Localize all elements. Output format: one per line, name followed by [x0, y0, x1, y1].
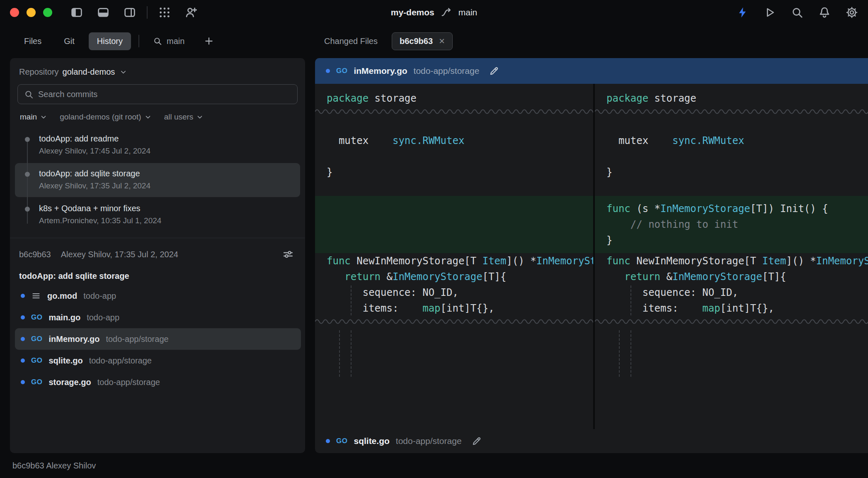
toggle-bottom-panel-icon[interactable]	[95, 5, 111, 20]
folded-code-wave	[595, 316, 868, 327]
code-token: return	[344, 271, 381, 283]
settings-gear-icon[interactable]	[844, 5, 860, 20]
toggle-right-panel-icon[interactable]	[122, 5, 138, 20]
code-token: [T]{	[482, 271, 507, 283]
code-line: items: map[int]T{},	[606, 300, 868, 316]
code-block: mutex sync.RWMutex}	[595, 117, 868, 196]
commit-item[interactable]: k8s + Qodana + minor fixesArtem.Proniche…	[15, 198, 300, 232]
edit-pencil-icon[interactable]	[489, 66, 499, 76]
diff-pane-left[interactable]: package storage mutex sync.RWMutex}func …	[315, 84, 593, 429]
code-line	[327, 117, 593, 133]
code-token: InMemoryStorage	[536, 255, 593, 267]
commit-title: todoApp: add readme	[39, 134, 293, 144]
commit-meta: Alexey Shilov, 17:45 Jul 2, 2024	[39, 146, 293, 156]
notifications-bell-icon[interactable]	[817, 5, 832, 20]
current-branch-name[interactable]: main	[458, 7, 478, 17]
file-row[interactable]: go.modtodo-app	[15, 285, 301, 307]
new-tab-plus-icon[interactable]	[201, 33, 217, 49]
code-line	[327, 180, 593, 196]
commit-item[interactable]: todoApp: add readmeAlexey Shilov, 17:45 …	[15, 128, 300, 162]
commit-dot	[25, 207, 30, 212]
chevron-down-icon	[196, 113, 204, 121]
tab-search-main[interactable]: main	[147, 33, 190, 49]
chevron-down-icon	[119, 68, 128, 77]
code-line: }	[327, 164, 593, 180]
chevron-down-icon	[144, 113, 152, 121]
tab-files[interactable]: Files	[16, 32, 50, 50]
filter-dropdown-2[interactable]: all users	[164, 112, 204, 122]
code-token: [T]) Init() {	[750, 203, 828, 215]
tab-close-icon[interactable]: ×	[439, 37, 445, 45]
added-filler-block	[315, 196, 593, 253]
filter-sliders-icon[interactable]	[280, 246, 296, 262]
code-token: }	[606, 234, 612, 246]
file-row[interactable]: GOinMemory.gotodo-app/storage	[15, 328, 301, 350]
commit-dot	[25, 137, 30, 142]
project-title-group: my-demos main	[391, 0, 478, 25]
filter-label: all users	[164, 112, 194, 122]
code-token: items:	[327, 302, 422, 314]
code-token: storage	[369, 93, 417, 104]
go-file-icon: GO	[31, 356, 42, 365]
search-commits-box	[17, 84, 298, 104]
file-row[interactable]: GOstorage.gotodo-app/storage	[15, 371, 301, 393]
editor-tab-changed-files[interactable]: Changed Files	[324, 37, 378, 46]
toggle-left-panel-icon[interactable]	[69, 5, 85, 20]
run-icon[interactable]	[762, 5, 778, 20]
code-token: InMemoryStorage	[816, 255, 868, 267]
chevron-down-icon	[40, 113, 47, 121]
diff-file-header-inmemory[interactable]: GO inMemory.go todo-app/storage	[315, 58, 868, 84]
code-line: func NewInMemoryStorage[T Item]() *InMem…	[327, 253, 593, 269]
search-icon	[153, 36, 162, 46]
file-name: go.mod	[47, 291, 77, 301]
smart-mode-bolt-icon[interactable]	[735, 5, 750, 20]
filter-dropdown-1[interactable]: goland-demos (git root)	[60, 112, 151, 122]
zoom-window-button[interactable]	[43, 8, 52, 17]
code-line: mutex sync.RWMutex	[327, 133, 593, 149]
search-commits-input[interactable]	[38, 90, 291, 99]
workspaces-grid-icon[interactable]	[157, 5, 172, 20]
editor-tab-b6c9b63[interactable]: b6c9b63×	[392, 32, 453, 50]
code-line: func NewInMemoryStorage[T Item]() *InMem…	[606, 253, 868, 269]
code-token: }	[606, 166, 612, 178]
code-block: func NewInMemoryStorage[T Item]() *InMem…	[315, 253, 593, 316]
edit-pencil-icon[interactable]	[471, 436, 482, 446]
tab-history[interactable]: History	[89, 32, 131, 50]
code-token: func	[327, 255, 351, 267]
tab-row-divider	[138, 35, 139, 47]
file-path: todo-app	[87, 313, 119, 322]
file-modified-dot	[21, 358, 25, 363]
commit-message-title: todoApp: add sqlite storage	[19, 271, 296, 281]
minimize-window-button[interactable]	[27, 8, 36, 17]
titlebar-divider	[147, 6, 148, 19]
code-line	[606, 117, 868, 133]
file-header-path: todo-app/storage	[396, 436, 462, 446]
commit-item[interactable]: todoApp: add sqlite storageAlexey Shilov…	[15, 163, 300, 197]
filter-dropdown-0[interactable]: main	[20, 112, 47, 122]
code-line: }	[606, 164, 868, 180]
tab-git[interactable]: Git	[56, 32, 83, 50]
project-name[interactable]: my-demos	[391, 7, 434, 17]
code-token: sequence: NO_ID,	[327, 287, 458, 298]
close-window-button[interactable]	[10, 8, 19, 17]
file-modified-dot	[21, 294, 25, 298]
commit-meta: Alexey Shilov, 17:35 Jul 2, 2024	[39, 181, 293, 190]
code-token: &	[381, 271, 393, 283]
repository-selector[interactable]: Repository goland-demos	[10, 65, 305, 84]
code-line	[606, 180, 868, 196]
search-everywhere-icon[interactable]	[789, 5, 805, 20]
diff-file-header-sqlite[interactable]: GO sqlite.go todo-app/storage	[315, 429, 868, 453]
invite-collaborator-icon[interactable]	[183, 5, 199, 20]
side-by-side-diff: package storage mutex sync.RWMutex}func …	[315, 84, 868, 429]
editor-tab-label: b6c9b63	[400, 37, 433, 46]
code-token: InMemoryStorage	[660, 203, 750, 215]
go-file-icon: GO	[336, 437, 347, 445]
diff-pane-right[interactable]: package storage mutex sync.RWMutex}func …	[595, 84, 868, 429]
file-row[interactable]: GOmain.gotodo-app	[15, 307, 301, 328]
filter-row: maingoland-demos (git root)all users	[10, 104, 305, 125]
code-token: [int]T{},	[720, 302, 774, 314]
file-row[interactable]: GOsqlite.gotodo-app/storage	[15, 350, 301, 371]
vcs-branch-icon	[440, 6, 453, 19]
code-line	[327, 201, 593, 217]
code-token: sync.RWMutex	[393, 135, 464, 146]
